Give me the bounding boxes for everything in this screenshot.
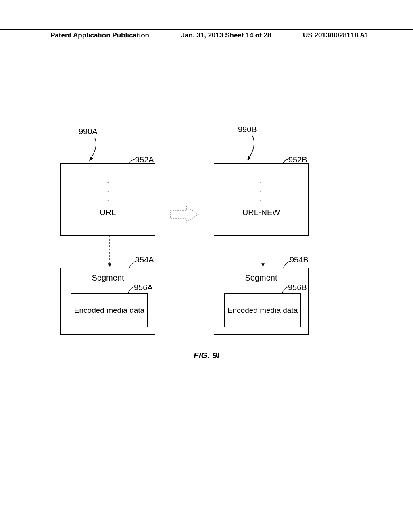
url-box-b: ○○○ URL-NEW	[214, 163, 309, 236]
label-952b: 952B	[288, 155, 307, 164]
ellipsis-dots: ○○○	[61, 178, 155, 205]
encoded-text-a: Encoded media data	[74, 305, 144, 315]
encoded-text-b: Encoded media data	[227, 305, 298, 315]
label-990b: 990B	[238, 125, 257, 134]
diagram-stage: ○○○ URL ○○○ URL-NEW Segment Encoded medi…	[0, 0, 413, 532]
encoded-box-b: Encoded media data	[224, 293, 301, 327]
url-a-text: URL	[61, 208, 155, 217]
figure-caption: FIG. 9I	[0, 351, 413, 360]
label-956b: 956B	[288, 283, 307, 292]
url-b-text: URL-NEW	[214, 208, 308, 217]
ellipsis-dots: ○○○	[214, 178, 308, 205]
transform-arrow-icon	[169, 205, 201, 224]
segment-box-b: Segment Encoded media data	[214, 268, 309, 335]
segment-title-a: Segment	[61, 273, 155, 283]
label-954b: 954B	[290, 255, 309, 264]
dashed-arrow-b	[260, 236, 266, 269]
label-952a: 952A	[135, 155, 154, 164]
dashed-arrow-a	[106, 236, 113, 269]
segment-box-a: Segment Encoded media data	[60, 268, 155, 335]
segment-title-b: Segment	[214, 273, 308, 283]
leader-990b	[245, 135, 269, 164]
leader-990a	[85, 137, 109, 165]
label-990a: 990A	[79, 127, 98, 136]
url-box-a: ○○○ URL	[60, 163, 155, 236]
label-956a: 956A	[134, 283, 153, 292]
label-954a: 954A	[135, 255, 154, 264]
encoded-box-a: Encoded media data	[71, 293, 148, 327]
